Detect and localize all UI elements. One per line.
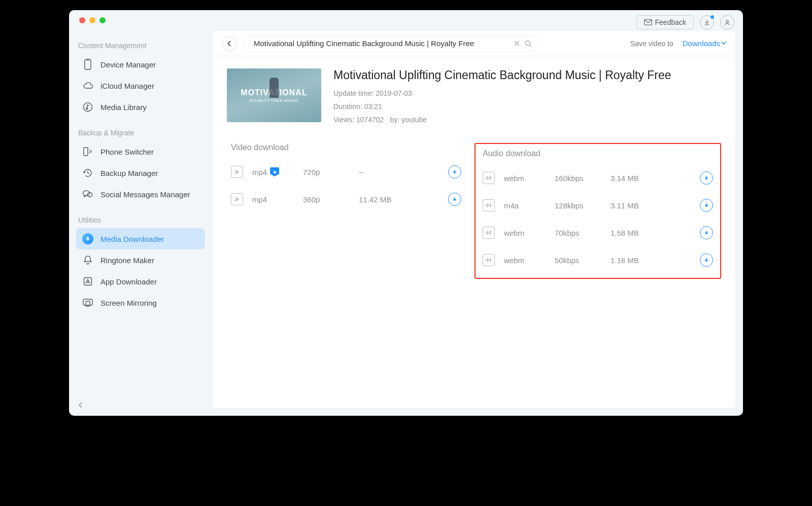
- nav-label: Media Library: [100, 103, 147, 112]
- sidebar-item-icloud-manager[interactable]: iCloud Manager: [76, 75, 205, 96]
- window-controls: [79, 17, 106, 23]
- format-label: m4a: [504, 201, 555, 210]
- mirror-icon: [82, 297, 93, 308]
- nav-label: Phone Switcher: [100, 148, 154, 156]
- nav-label: Backup Manager: [100, 169, 158, 177]
- size-label: 1.18 MB: [611, 256, 671, 265]
- save-destination-dropdown[interactable]: Downloads: [683, 39, 726, 48]
- download-button[interactable]: [700, 199, 713, 212]
- download-row: webm70kbps1.58 MB: [479, 219, 717, 246]
- sidebar-item-ringtone-maker[interactable]: Ringtone Maker: [76, 249, 205, 271]
- download-row: webm160kbps3.14 MB: [479, 164, 717, 192]
- account-button[interactable]: [720, 15, 734, 29]
- download-row: mp4360p11.42 MB: [227, 186, 465, 213]
- save-to-label: Save video to: [630, 40, 673, 48]
- topright-controls: Feedback: [636, 15, 734, 29]
- size-label: 3.11 MB: [611, 201, 671, 210]
- cloud-icon: [82, 80, 93, 91]
- nav-label: iCloud Manager: [100, 82, 154, 90]
- quality-label: 50kbps: [555, 256, 611, 265]
- download-button[interactable]: [700, 254, 713, 267]
- nav-label: Ringtone Maker: [100, 256, 154, 265]
- video-file-icon: [231, 166, 243, 178]
- download-button[interactable]: [448, 193, 461, 206]
- sidebar-item-screen-mirroring[interactable]: Screen Mirroring: [76, 292, 205, 313]
- meta-views-by: Views: 1074702by: youtube: [333, 116, 721, 124]
- section-title: Backup & Migrate: [78, 129, 205, 137]
- search-input[interactable]: Motivational Uplifting Cinematic Backgro…: [244, 35, 538, 52]
- search-icon[interactable]: [525, 40, 532, 47]
- app-icon: [82, 276, 93, 287]
- phone-icon: [82, 59, 93, 70]
- sidebar-item-media-library[interactable]: Media Library: [76, 96, 205, 118]
- feedback-button[interactable]: Feedback: [636, 15, 694, 29]
- sidebar-item-phone-switcher[interactable]: Phone Switcher: [76, 141, 205, 162]
- close-window[interactable]: [79, 17, 85, 23]
- nav-label: Media Downloader: [100, 235, 164, 243]
- meta-update: Update time: 2019-07-03: [333, 89, 721, 97]
- media-meta: Motivational Uplifting Cinematic Backgro…: [333, 68, 721, 129]
- audio-file-icon: [483, 254, 495, 266]
- chat-icon: [82, 189, 93, 200]
- size-label: 3.14 MB: [611, 174, 671, 183]
- back-button[interactable]: [222, 36, 237, 51]
- download-icon: [82, 233, 93, 244]
- audio-file-icon: [483, 227, 495, 239]
- history-icon: [82, 167, 93, 178]
- downloads-button[interactable]: [700, 15, 714, 29]
- meta-duration: Duration: 03:21: [333, 102, 721, 111]
- chevron-down-icon: [721, 42, 726, 45]
- feedback-label: Feedback: [655, 18, 686, 26]
- star-badge-icon: ★: [270, 167, 279, 176]
- size-label: 11.42 MB: [359, 195, 420, 204]
- format-label: webm: [504, 229, 555, 237]
- nav-label: Screen Mirroring: [100, 299, 157, 307]
- svg-point-3: [84, 103, 92, 112]
- search-value: Motivational Uplifting Cinematic Backgro…: [254, 39, 474, 48]
- content: MOTIVATIONAL ROYALTY FREE MUSIC Motivati…: [213, 56, 735, 408]
- body: Content Management Device Manager iCloud…: [69, 30, 743, 416]
- minimize-window[interactable]: [89, 17, 95, 23]
- quality-label: 160kbps: [555, 174, 611, 183]
- mail-icon: [644, 19, 652, 25]
- format-label: mp4: [252, 195, 303, 204]
- download-lists: Video download mp4★720p--mp4360p11.42 MB…: [227, 143, 721, 279]
- svg-rect-2: [85, 59, 91, 69]
- video-download-column: Video download mp4★720p--mp4360p11.42 MB: [227, 143, 465, 279]
- maximize-window[interactable]: [99, 17, 106, 23]
- sidebar-item-backup-manager[interactable]: Backup Manager: [76, 162, 205, 184]
- sidebar-item-device-manager[interactable]: Device Manager: [76, 54, 205, 75]
- svg-rect-5: [84, 148, 88, 156]
- size-label: --: [359, 168, 420, 176]
- audio-file-icon: [483, 199, 495, 211]
- sidebar-item-social-messages[interactable]: Social Messages Manager: [76, 184, 205, 205]
- download-button[interactable]: [448, 165, 461, 178]
- dest-label: Downloads: [683, 39, 720, 48]
- sidebar-item-app-downloader[interactable]: App Downloader: [76, 271, 205, 292]
- music-icon: [82, 101, 93, 113]
- format-label: mp4★: [252, 167, 303, 176]
- collapse-sidebar-button[interactable]: [78, 402, 83, 409]
- nav-label: App Downloader: [100, 277, 157, 286]
- quality-label: 360p: [303, 195, 359, 204]
- section-title: Content Management: [78, 42, 205, 50]
- sidebar-item-media-downloader[interactable]: Media Downloader: [76, 228, 205, 249]
- app-window: Feedback Content Management Device Manag…: [69, 10, 743, 416]
- sidebar: Content Management Device Manager iCloud…: [69, 30, 212, 416]
- download-button[interactable]: [700, 171, 713, 185]
- bell-icon: [82, 255, 93, 266]
- media-title: Motivational Uplifting Cinematic Backgro…: [333, 68, 721, 82]
- thumb-title: MOTIVATIONAL: [241, 88, 307, 97]
- svg-point-4: [86, 108, 88, 110]
- svg-rect-9: [83, 299, 92, 305]
- switch-icon: [82, 146, 93, 157]
- audio-file-icon: [483, 172, 495, 184]
- main-toolbar: Motivational Uplifting Cinematic Backgro…: [213, 31, 735, 56]
- download-button[interactable]: [700, 226, 713, 239]
- audio-download-column: Audio download webm160kbps3.14 MBm4a128k…: [475, 143, 721, 279]
- svg-point-1: [726, 20, 729, 23]
- download-row: mp4★720p--: [227, 158, 465, 186]
- svg-point-11: [526, 41, 530, 45]
- quality-label: 128kbps: [555, 201, 611, 210]
- clear-icon[interactable]: [514, 41, 520, 46]
